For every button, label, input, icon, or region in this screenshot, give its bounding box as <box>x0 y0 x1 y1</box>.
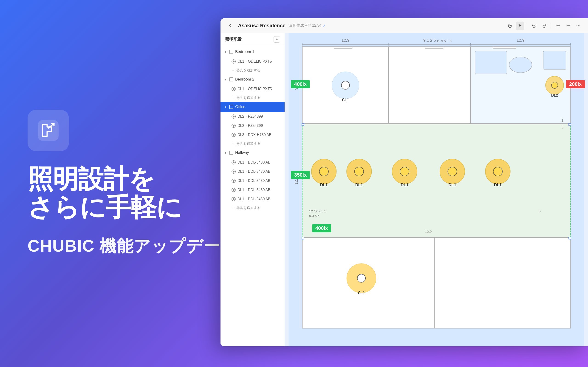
svg-text:12.9 5.1 5: 12.9 5.1 5 <box>436 39 451 43</box>
light-icon-hallway-4 <box>232 188 236 192</box>
svg-text:DL1: DL1 <box>448 183 456 187</box>
hand-tool-button[interactable] <box>506 22 514 30</box>
svg-text:5: 5 <box>539 209 540 213</box>
headline: 照明設計を さらに手軽に <box>27 165 238 221</box>
svg-point-1 <box>577 25 577 26</box>
svg-rect-24 <box>493 47 516 48</box>
room-label-hallway: Hallway <box>235 150 249 155</box>
light-icon-hallway-1 <box>232 160 236 165</box>
room-office[interactable]: ▾ Office <box>221 102 285 112</box>
svg-rect-65 <box>569 123 571 126</box>
svg-text:DL1: DL1 <box>355 183 363 187</box>
svg-text:12.9: 12.9 <box>517 38 525 43</box>
lux-badge-350: 350lx <box>291 171 310 179</box>
tree-section: ▾ Bedroom 1 CL1・ODELIC PXT5 ＋器具を追加する <box>221 46 285 213</box>
svg-point-55 <box>357 274 366 282</box>
svg-text:9.1 2.5: 9.1 2.5 <box>423 38 436 43</box>
svg-text:DL1: DL1 <box>320 183 328 187</box>
light-icon-office-1 <box>232 115 236 119</box>
light-item-hallway-3[interactable]: DL1・DDL-5430 AB <box>221 176 285 185</box>
room-bedroom2[interactable]: ▾ Bedroom 2 <box>221 74 285 84</box>
room-bedroom1[interactable]: ▾ Bedroom 1 <box>221 47 285 57</box>
back-button[interactable] <box>226 22 234 30</box>
room-label-bedroom2: Bedroom 2 <box>235 77 254 82</box>
svg-text:12 12.9 5.5: 12 12.9 5.5 <box>309 209 326 213</box>
sidebar-add-button[interactable]: + <box>274 36 280 43</box>
svg-rect-22 <box>334 47 352 48</box>
svg-point-31 <box>509 57 532 73</box>
light-icon-hallway-2 <box>232 169 236 174</box>
svg-rect-32 <box>543 51 566 69</box>
add-item-office[interactable]: ＋器具を追加する <box>221 140 285 148</box>
chevron-office: ▾ <box>223 105 227 109</box>
left-panel: 照明設計を さらに手軽に CHUBIC 機能アップデート <box>27 110 238 257</box>
sidebar: 照明配置 + ▾ Bedroom 1 CL1・ODELIC PXT5 <box>221 33 285 346</box>
subtitle: CHUBIC 機能アップデート <box>27 235 238 257</box>
redo-button[interactable] <box>540 22 548 30</box>
checkbox-bedroom1[interactable] <box>229 50 233 54</box>
lux-badge-200: 200lx <box>566 80 585 88</box>
svg-text:DL1: DL1 <box>401 183 409 187</box>
sidebar-header: 照明配置 + <box>221 33 285 46</box>
svg-rect-10 <box>434 237 571 328</box>
canvas-area[interactable]: 12.9 9.1 2.5 12.9 9.9 5 12.9 <box>285 33 588 346</box>
undo-button[interactable] <box>530 22 538 30</box>
window-title: Asakusa Residence <box>238 23 285 29</box>
window-meta: 最新作成時間 12:34 ✓ <box>289 23 326 28</box>
light-icon <box>232 59 236 64</box>
svg-text:DL1: DL1 <box>494 183 502 187</box>
svg-rect-30 <box>475 51 507 74</box>
zoom-in-button[interactable] <box>554 22 562 30</box>
lux-badge-400-top: 400lx <box>291 80 310 88</box>
svg-rect-23 <box>425 47 443 48</box>
light-item-hallway-5[interactable]: DL1・DDL-5430 AB <box>221 194 285 204</box>
logo-box <box>27 110 69 151</box>
add-item-br2[interactable]: ＋器具を追加する <box>221 94 285 102</box>
checkbox-bedroom2[interactable] <box>229 77 233 81</box>
svg-rect-67 <box>569 237 571 239</box>
svg-point-46 <box>493 167 502 176</box>
checkbox-office[interactable] <box>229 105 233 109</box>
cursor-tool-button[interactable] <box>516 22 524 30</box>
more-button[interactable] <box>574 22 582 30</box>
light-icon-hallway-3 <box>232 179 236 183</box>
light-item-office-dl2-1[interactable]: DL2・PZ54399 <box>221 112 285 121</box>
zoom-out-button[interactable] <box>564 22 572 30</box>
svg-rect-0 <box>38 120 59 141</box>
light-icon-hallway-5 <box>232 197 236 201</box>
svg-text:12.9: 12.9 <box>425 230 432 234</box>
svg-point-37 <box>355 167 364 176</box>
title-bar: Asakusa Residence 最新作成時間 12:34 ✓ <box>221 18 588 33</box>
sidebar-title: 照明配置 <box>225 37 242 42</box>
main-area: 照明配置 + ▾ Bedroom 1 CL1・ODELIC PXT5 <box>221 33 588 346</box>
light-item-office-dl3[interactable]: DL3・DDX-H730 AB <box>221 130 285 140</box>
chevron-hallway: ▾ <box>223 151 227 155</box>
svg-point-43 <box>448 167 457 176</box>
light-item-br1-cl1[interactable]: CL1・ODELIC PXT5 <box>221 57 285 66</box>
light-icon-office-2 <box>232 124 236 128</box>
chevron-bedroom1: ▾ <box>223 50 227 54</box>
app-window: Asakusa Residence 最新作成時間 12:34 ✓ <box>221 18 588 346</box>
svg-rect-8 <box>302 124 571 237</box>
light-item-hallway-4[interactable]: DL1・DDL-5430 AB <box>221 185 285 194</box>
svg-rect-64 <box>302 123 304 126</box>
svg-text:12.9: 12.9 <box>342 38 350 43</box>
toolbar <box>506 22 582 30</box>
room-hallway[interactable]: ▾ Hallway <box>221 148 285 158</box>
add-item-br1[interactable]: ＋器具を追加する <box>221 66 285 74</box>
svg-point-52 <box>341 81 350 90</box>
light-item-hallway-2[interactable]: DL1・DDL-5430 AB <box>221 167 285 176</box>
light-item-hallway-1[interactable]: DL1・DDL-5430 AB <box>221 158 285 167</box>
light-item-office-dl2-2[interactable]: DL2・PZ54399 <box>221 121 285 130</box>
svg-point-2 <box>578 25 579 26</box>
lux-badge-400-bottom: 400lx <box>312 224 331 232</box>
checkbox-hallway[interactable] <box>229 151 233 155</box>
floor-plan-svg: 12.9 9.1 2.5 12.9 9.9 5 12.9 <box>285 33 588 346</box>
light-icon-office-3 <box>232 133 236 137</box>
light-item-br2-cl1[interactable]: CL1・ODELIC PXT5 <box>221 84 285 94</box>
svg-text:DL2: DL2 <box>551 93 558 97</box>
svg-point-49 <box>552 82 558 89</box>
svg-point-40 <box>400 167 409 176</box>
svg-text:CL1: CL1 <box>358 291 365 295</box>
add-item-hallway[interactable]: ＋器具を追加する <box>221 204 285 212</box>
